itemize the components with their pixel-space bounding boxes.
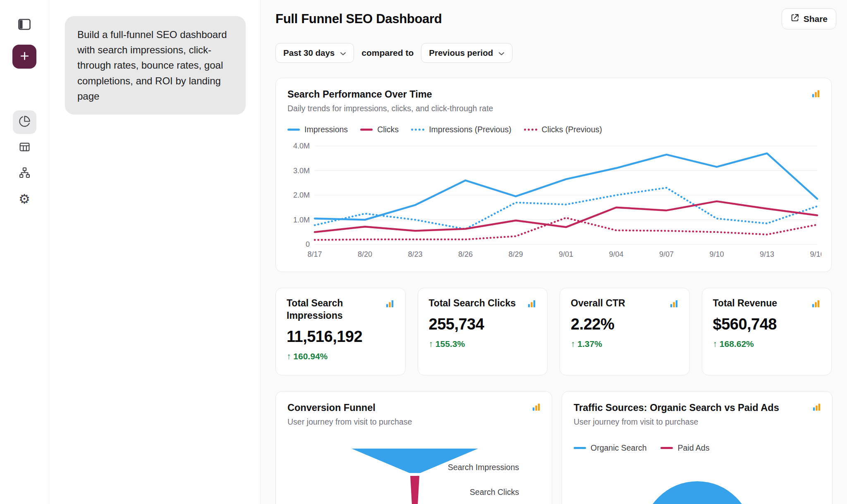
svg-text:8/29: 8/29 (508, 250, 523, 258)
legend-swatch (287, 129, 300, 131)
nav-flow[interactable] (13, 162, 36, 185)
stat-card-revenue: Total Revenue $560,748 ↑ 168.62% (702, 288, 832, 375)
filter-bar: Past 30 days compared to Previous period (275, 43, 847, 63)
svg-text:8/26: 8/26 (458, 250, 473, 258)
svg-text:9/07: 9/07 (659, 250, 674, 258)
legend-swatch (411, 129, 424, 131)
page-title: Full Funnel SEO Dashboard (275, 12, 847, 26)
pie-legend: Organic Search Paid Ads (574, 443, 821, 453)
legend-swatch (574, 447, 586, 449)
stat-change: ↑ 160.94% (287, 351, 395, 361)
svg-text:1.0M: 1.0M (293, 216, 310, 224)
rail-nav: ⚙ (13, 110, 36, 211)
stat-change: ↑ 168.62% (713, 339, 821, 349)
legend-item-paid-ads[interactable]: Paid Ads (660, 443, 709, 453)
stat-card-row: Total Search Impressions 11,516,192 ↑ 16… (275, 288, 832, 375)
card-subtitle: User journey from visit to purchase (574, 417, 821, 427)
stat-change: ↑ 1.37% (571, 339, 679, 349)
new-dashboard-button[interactable] (12, 45, 36, 69)
stat-card-clicks: Total Search Clicks 255,734 ↑ 155.3% (418, 288, 548, 375)
sitemap-icon (19, 167, 31, 180)
svg-text:9/16: 9/16 (810, 250, 821, 258)
mini-chart-icon[interactable] (669, 299, 679, 310)
user-prompt-bubble: Build a full-funnel SEO dashboard with s… (65, 16, 246, 115)
stat-value: 255,734 (429, 315, 537, 333)
legend-item-clicks[interactable]: Clicks (360, 125, 399, 134)
comparison-select[interactable]: Previous period (421, 43, 512, 63)
svg-text:9/10: 9/10 (709, 250, 724, 258)
date-range-select[interactable]: Past 30 days (275, 43, 354, 63)
card-title: Search Performance Over Time (287, 89, 820, 100)
stat-card-impressions: Total Search Impressions 11,516,192 ↑ 16… (275, 288, 406, 375)
mini-chart-icon[interactable] (812, 402, 821, 413)
card-title: Traffic Sources: Organic Search vs Paid … (574, 402, 821, 413)
mini-chart-icon[interactable] (385, 299, 395, 310)
svg-text:9/01: 9/01 (559, 250, 573, 258)
mini-chart-icon[interactable] (531, 402, 541, 413)
stat-label: Total Search Clicks (429, 297, 537, 310)
date-range-value: Past 30 days (283, 48, 335, 58)
stat-value: 11,516,192 (287, 328, 395, 346)
legend-label: Paid Ads (677, 443, 709, 453)
pie-chart-icon (19, 115, 31, 129)
pie-chart (574, 459, 821, 504)
chart-legend: Impressions Clicks Impressions (Previous… (287, 125, 820, 134)
legend-label: Organic Search (591, 443, 646, 453)
svg-text:8/17: 8/17 (307, 250, 322, 258)
panel-left-icon (17, 17, 32, 33)
chevron-down-icon (498, 48, 505, 58)
stat-label: Total Revenue (713, 297, 821, 310)
stat-value: $560,748 (713, 315, 821, 333)
conversion-funnel-card: Conversion Funnel User journey from visi… (275, 391, 552, 504)
nav-charts[interactable] (13, 110, 36, 134)
svg-text:8/23: 8/23 (408, 250, 422, 258)
mini-chart-icon[interactable] (527, 299, 536, 310)
legend-label: Impressions (304, 125, 348, 134)
legend-label: Clicks (377, 125, 399, 134)
mini-chart-icon[interactable] (811, 299, 821, 310)
nav-settings[interactable]: ⚙ (13, 187, 36, 211)
stat-label: Overall CTR (571, 297, 679, 310)
bottom-card-row: Conversion Funnel User journey from visi… (275, 391, 832, 504)
svg-text:3.0M: 3.0M (293, 167, 310, 175)
main-area: Full Funnel SEO Dashboard Share Past 30 … (261, 0, 847, 504)
prompt-panel: Build a full-funnel SEO dashboard with s… (49, 0, 261, 504)
legend-swatch (524, 129, 537, 131)
card-subtitle: User journey from visit to purchase (287, 417, 540, 427)
gear-icon: ⚙ (19, 193, 30, 205)
svg-text:4.0M: 4.0M (293, 142, 310, 150)
legend-label: Clicks (Previous) (542, 125, 602, 134)
funnel-label-impressions: Search Impressions (448, 463, 519, 472)
svg-text:9/13: 9/13 (760, 250, 774, 258)
icon-rail: ⚙ (0, 0, 49, 504)
funnel-stage-clicks (410, 476, 419, 504)
compared-to-label: compared to (361, 48, 414, 58)
funnel-chart: Search Impressions Search Clicks (287, 435, 541, 504)
legend-item-impressions-previous[interactable]: Impressions (Previous) (411, 125, 511, 134)
svg-text:2.0M: 2.0M (293, 191, 310, 199)
chevron-down-icon (340, 48, 346, 58)
plus-icon (19, 50, 30, 63)
table-icon (19, 141, 31, 155)
nav-tables[interactable] (13, 136, 36, 160)
line-chart: 01.0M2.0M3.0M4.0M8/178/208/238/268/299/0… (287, 140, 821, 261)
legend-label: Impressions (Previous) (429, 125, 511, 134)
card-subtitle: Daily trends for impressions, clicks, an… (287, 104, 820, 113)
legend-swatch (360, 129, 373, 131)
mini-chart-icon[interactable] (811, 89, 821, 100)
legend-item-organic-search[interactable]: Organic Search (574, 443, 646, 453)
pie-slice-organic (642, 481, 752, 504)
legend-item-clicks-previous[interactable]: Clicks (Previous) (524, 125, 602, 134)
legend-item-impressions[interactable]: Impressions (287, 125, 348, 134)
stat-change: ↑ 155.3% (429, 339, 537, 349)
legend-swatch (660, 447, 673, 449)
funnel-label-clicks: Search Clicks (470, 487, 519, 497)
svg-text:8/20: 8/20 (358, 250, 372, 258)
share-icon (790, 13, 799, 24)
comparison-value: Previous period (429, 48, 493, 58)
stat-value: 2.22% (571, 315, 679, 333)
sidebar-toggle-button[interactable] (13, 17, 36, 34)
share-button[interactable]: Share (782, 8, 836, 29)
card-title: Conversion Funnel (287, 402, 540, 413)
svg-text:9/04: 9/04 (609, 250, 623, 258)
